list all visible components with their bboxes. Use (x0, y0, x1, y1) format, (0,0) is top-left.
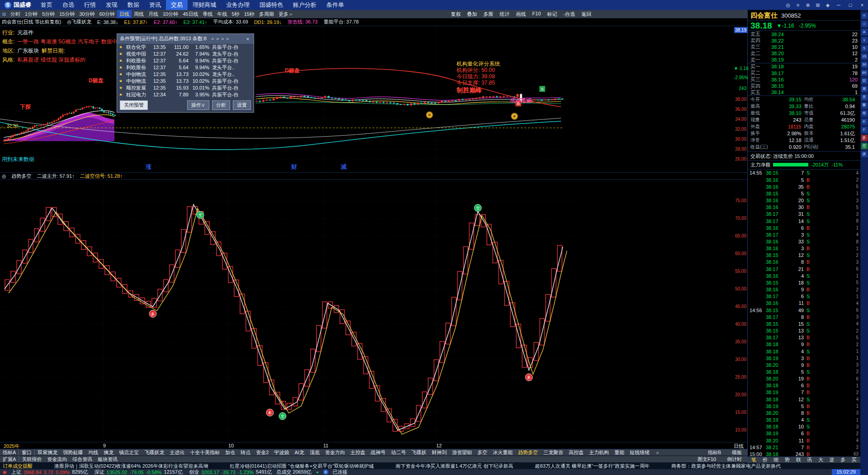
ask-row[interactable]: 卖三38.2110 (748, 43, 860, 50)
alert-row[interactable]: ★联合化学13:35111.001.65%共振平台-自 (117, 44, 254, 51)
indicator-tab-22[interactable]: 游资望朝 (449, 449, 475, 456)
extension-tab-3[interactable]: 综合资讯 (70, 456, 95, 462)
menu-item-5[interactable]: 资讯 (144, 0, 166, 10)
strip-icon-10[interactable]: 月 (861, 94, 868, 100)
trade-row[interactable]: 38.1713B5 (750, 334, 859, 341)
quote-mini-tab-1[interactable]: 价 (763, 456, 768, 463)
trade-row[interactable]: 38.209B3 (750, 361, 859, 368)
indicator-tab-30[interactable]: 短线情绪 (627, 449, 652, 456)
period-tab-9[interactable]: 10分钟 (160, 10, 180, 18)
indicator-tab-19[interactable]: 动二号 (388, 449, 409, 456)
indicator-tab-6[interactable]: 镇店之宝 (116, 449, 142, 456)
quote-mini-tab-5[interactable]: 讯 (807, 456, 812, 463)
trade-row[interactable]: 38.1810S3 (750, 423, 859, 430)
quote-mini-tab-4[interactable]: 联 (796, 456, 801, 463)
strip-icon-4[interactable]: 5 (861, 45, 868, 52)
tools-icon[interactable]: ⊕ (803, 0, 813, 10)
trade-row[interactable]: 38.1731S3 (750, 211, 859, 218)
indicator-right-tab-1[interactable]: 模板 (729, 449, 745, 456)
indicator-tab-16[interactable]: 资金方向 (322, 449, 348, 456)
period-tab-16[interactable]: 更多＞ (276, 10, 296, 18)
main-kline-chart[interactable]: SB 行业:元器件概念:一带一路 粤港澳 5G概念 汽车电子 数据中心 机...… (0, 26, 747, 173)
extension-tab-2[interactable]: 资金流向 (44, 456, 70, 462)
analyze-button[interactable]: 分析 (212, 100, 230, 110)
indicator-tab-14[interactable]: AI龙 (292, 449, 307, 456)
trade-row[interactable]: 38.1721B6 (750, 266, 859, 272)
indicator-tab-13[interactable]: 宇波娘 (271, 449, 292, 456)
menu-item-4[interactable]: 数据 (123, 0, 144, 10)
trade-row[interactable]: 38.1630B5 (750, 204, 859, 211)
ask-row[interactable]: 卖五38.2422 (748, 31, 860, 37)
period-tab-15[interactable]: 多周期 (257, 10, 276, 18)
trade-row[interactable]: 38.173S4 (750, 231, 859, 238)
indicator-tab-12[interactable]: 资金2 (253, 449, 271, 456)
news-item[interactable]: 南下资金今年净买入港股逾1.4万亿港元 创下纪录新高 (396, 463, 513, 469)
indicator-tab-29[interactable]: 量能 (612, 449, 627, 456)
strip-icon-17[interactable]: 设 (861, 151, 868, 157)
trade-row[interactable]: 38.193B1 (750, 355, 859, 361)
menu-item-11[interactable]: 条件单 (321, 0, 349, 10)
bid-row[interactable]: 买五38.141 (748, 89, 860, 95)
indicator-tab-8[interactable]: 主进出 (167, 449, 187, 456)
indicator-right-tab-0[interactable]: 指标B (705, 449, 724, 456)
trade-row[interactable]: 38.1512S2 (750, 252, 859, 259)
close-button[interactable]: × (856, 0, 868, 10)
trade-row[interactable]: 38.1515S4 (750, 320, 859, 327)
apps-icon[interactable]: ⊞ (813, 0, 823, 10)
indicator-tab-1[interactable]: 窗口 (19, 449, 35, 456)
trade-row[interactable]: 14:5638.1549S6 (750, 307, 859, 314)
indicator-tab-24[interactable]: 冰火量能 (490, 449, 515, 456)
alert-row[interactable]: ★顺控发展12:3515.9310.01%共振平台-自 (117, 85, 254, 91)
indicator-tab-31[interactable]: ＞ (652, 449, 663, 456)
trade-row[interactable]: 38.184S1 (750, 348, 859, 355)
index-quote-0[interactable]: 上证3968.843.720.09%8295亿 (11, 469, 88, 475)
strip-icon-15[interactable]: 多 (861, 135, 868, 141)
strip-icon-2[interactable]: A (861, 29, 868, 35)
ask-row[interactable]: 卖一38.192 (748, 57, 860, 63)
trade-row[interactable]: 38.176S1 (750, 293, 859, 300)
menu-icon[interactable]: ≡ (793, 0, 803, 10)
indicator-tab-26[interactable]: 三龙聚首 (541, 449, 566, 456)
chart-action-8[interactable]: 返回 (581, 11, 591, 18)
bid-row[interactable]: 买四38.1569 (748, 83, 860, 89)
operate-button[interactable]: 操作∨ (187, 100, 209, 110)
trade-row[interactable]: 14:5738.217B2 (750, 444, 859, 451)
indicator-tab-10[interactable]: 加仓 (222, 449, 238, 456)
menu-item-9[interactable]: 国盛特色 (255, 0, 288, 10)
quote-mini-tab-7[interactable]: 逆 (830, 456, 835, 463)
strip-icon-7[interactable]: 60 (861, 70, 868, 76)
ask-row[interactable]: 卖四38.2223 (748, 37, 860, 43)
axis-month-label[interactable]: 10 (228, 443, 234, 448)
ask-row[interactable]: 卖二38.2012 (748, 50, 860, 57)
trade-row[interactable]: 38.2011B4 (750, 437, 859, 444)
chart-action-7[interactable]: -自选 (563, 11, 575, 18)
strip-icon-13[interactable]: K (861, 119, 868, 125)
condition-alert-dialog[interactable]: 条件预警[运行中] 总品种数:3913 条数:8 ＞＞＞＞ × ★联合化学13:… (117, 33, 254, 113)
trend-indicator-chart[interactable]: 空空空多多多 75.0070.0065.0060.0055.0050.0045.… (0, 180, 747, 442)
strip-icon-12[interactable]: 年 (861, 110, 868, 117)
quote-mini-tab-8[interactable]: 多 (840, 456, 845, 463)
chart-action-3[interactable]: 统计 (500, 11, 509, 18)
strip-icon-11[interactable]: 季 (861, 102, 868, 109)
chart-action-4[interactable]: 画线 (516, 11, 526, 18)
layout-icon[interactable]: ⊞ (0, 12, 8, 17)
trade-row[interactable]: 38.208B3 (750, 409, 859, 416)
trade-row[interactable]: 15:0038.18243B63 (750, 451, 859, 456)
minimize-button[interactable]: ─ (833, 0, 844, 10)
trade-row[interactable]: 38.1513S2 (750, 327, 859, 334)
alert-row[interactable]: ★中创物流12:3513.7310.02%共振平台-自 (117, 78, 254, 85)
indicator-tab-15[interactable]: 顶底 (307, 449, 322, 456)
dialog-more-arrows[interactable]: ＞＞＞＞ (210, 35, 230, 42)
extension-tab-4[interactable]: 板块资讯 (95, 456, 120, 462)
indicator-tab-11[interactable]: 转点 (238, 449, 253, 456)
menu-item-6[interactable]: 交易 (166, 0, 188, 10)
trade-row[interactable]: 38.195B1 (750, 403, 859, 409)
menu-item-3[interactable]: 发现 (101, 0, 123, 10)
indicator-tab-7[interactable]: 飞碟妖龙 (142, 449, 167, 456)
period-tab-7[interactable]: 周线 (132, 10, 146, 18)
quote-mini-tab-3[interactable]: 势 (785, 456, 790, 463)
period-tab-0[interactable]: 分时 (8, 10, 23, 18)
dialog-titlebar[interactable]: 条件预警[运行中] 总品种数:3913 条数:8 ＞＞＞＞ × (117, 34, 254, 44)
chart-action-0[interactable]: 复权 (451, 11, 461, 18)
alert-row[interactable]: ★利欧股份12:375.649.94%龙头平台.. (117, 64, 254, 71)
